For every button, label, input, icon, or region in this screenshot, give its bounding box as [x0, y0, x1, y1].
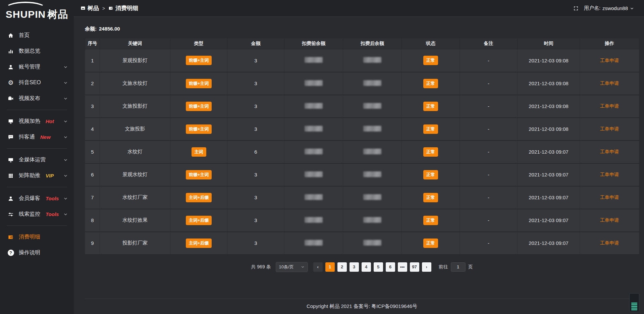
user-menu[interactable]: 用户名: zswodun88	[584, 5, 634, 11]
sidebar-item-9[interactable]: 会员爆客 Tools	[0, 191, 74, 206]
masked-balance-before	[305, 217, 323, 223]
table-row: 5 水纹灯 主词 6 正常 - 2021-12-03 09:07 工单申请	[85, 141, 639, 163]
work-order-link[interactable]: 工单申请	[600, 217, 619, 223]
cell-action: 工单申请	[580, 118, 639, 141]
chevron-down-icon	[63, 173, 68, 178]
cell-time: 2021-12-03 09:07	[518, 141, 580, 163]
cell-type: 主词+后缀	[170, 186, 227, 209]
cell-status: 正常	[402, 232, 460, 255]
page-button-active[interactable]: 1	[325, 262, 335, 272]
table-header: 序号关键词类型金额扣费前余额扣费后余额状态备注时间操作	[85, 38, 639, 49]
page-size-select[interactable]: 10条/页	[276, 262, 308, 272]
goto-page-input[interactable]	[451, 262, 466, 272]
type-badge: 主词+后缀	[186, 193, 212, 202]
table-row: 4 文旅投影 前缀+主词 3 正常 - 2021-12-03 09:08 工单申…	[85, 118, 639, 141]
cell-type: 前缀+主词	[170, 49, 227, 72]
masked-balance-after	[363, 80, 381, 86]
cell-time: 2021-12-03 09:07	[518, 209, 580, 232]
goto-unit: 页	[468, 264, 473, 270]
work-order-link[interactable]: 工单申请	[600, 240, 619, 246]
topbar: 树品 > 消费明细 用户名: zswodun88	[74, 0, 644, 17]
table-row: 9 投影灯厂家 主词+后缀 3 正常 - 2021-12-03 09:07 工单…	[85, 232, 639, 255]
monitor-icon	[7, 157, 14, 163]
sidebar-item-8[interactable]: 矩阵助推 VIP	[0, 168, 74, 184]
page-ellipsis-button[interactable]: •••	[398, 262, 407, 272]
work-order-link[interactable]: 工单申请	[600, 195, 619, 200]
work-order-link[interactable]: 工单申请	[600, 103, 619, 109]
work-order-link[interactable]: 工单申请	[600, 126, 619, 132]
sidebar-item-7[interactable]: 全媒体运营	[0, 152, 74, 168]
sidebar-item-3[interactable]: ⚙ 抖音SEO	[0, 75, 74, 91]
masked-balance-after	[363, 171, 381, 177]
status-badge: 正常	[423, 147, 438, 157]
username-value: zswodun88	[602, 5, 628, 11]
cell-type: 主词+后缀	[170, 209, 227, 232]
cell-balance-before	[284, 186, 343, 209]
cell-balance-after	[343, 49, 402, 72]
page-button[interactable]: 2	[337, 262, 347, 272]
masked-balance-before	[305, 171, 323, 177]
sidebar-item-label: 数据总览	[19, 48, 40, 55]
work-order-link[interactable]: 工单申请	[600, 172, 619, 177]
sidebar-item-6[interactable]: 抖客通 New	[0, 129, 74, 145]
sidebar-item-11[interactable]: 消费明细	[0, 229, 74, 245]
fullscreen-icon[interactable]	[573, 6, 579, 11]
sidebar-item-4[interactable]: 视频发布	[0, 91, 74, 106]
cell-time: 2021-12-03 09:08	[518, 72, 580, 95]
cell-action: 工单申请	[580, 209, 639, 232]
balance-value: 24856.00	[99, 26, 120, 32]
sidebar-item-12[interactable]: ? 操作说明	[0, 245, 74, 261]
page-button[interactable]: 6	[386, 262, 395, 272]
chevron-down-icon	[63, 135, 68, 139]
table-row: 1 景观投影灯 前缀+主词 3 正常 - 2021-12-03 09:08 工单…	[85, 49, 639, 72]
cell-remark: -	[460, 163, 518, 186]
cell-seq: 6	[85, 163, 100, 186]
masked-balance-before	[305, 80, 323, 86]
page-button[interactable]: 5	[374, 262, 383, 272]
page-button[interactable]: 97	[410, 262, 419, 272]
masked-balance-after	[363, 240, 381, 246]
cell-remark: -	[460, 141, 518, 163]
cell-keyword: 文旅投影	[100, 118, 170, 141]
prev-page-button[interactable]: ‹	[313, 262, 323, 272]
breadcrumb-item-current[interactable]: 消费明细	[108, 4, 138, 12]
work-order-link[interactable]: 工单申请	[600, 81, 619, 86]
sidebar-item-1[interactable]: 数据总览	[0, 43, 74, 59]
pagination: 共 969 条 10条/页 ‹ 123456•••97 › 前往 页	[85, 262, 639, 272]
work-order-link[interactable]: 工单申请	[600, 58, 619, 63]
page-button[interactable]: 3	[350, 262, 359, 272]
cell-time: 2021-12-03 09:08	[518, 118, 580, 141]
cell-remark: -	[460, 49, 518, 72]
cell-action: 工单申请	[580, 49, 639, 72]
balance-label: 余额:	[85, 26, 97, 32]
breadcrumb-item-home[interactable]: 树品	[80, 4, 99, 12]
cell-seq: 3	[85, 95, 100, 118]
cell-time: 2021-12-03 09:07	[518, 232, 580, 255]
sidebar-item-0[interactable]: 首页	[0, 28, 74, 43]
sliders-icon	[7, 211, 14, 218]
cell-seq: 1	[85, 49, 100, 72]
cell-remark: -	[460, 209, 518, 232]
cell-balance-before	[284, 95, 343, 118]
widget-line	[631, 309, 637, 310]
cell-status: 正常	[402, 209, 460, 232]
sidebar-item-10[interactable]: 线索监控 Tools	[0, 206, 74, 222]
masked-balance-before	[305, 126, 323, 132]
chevron-down-icon	[63, 158, 68, 162]
floating-widget[interactable]	[629, 293, 639, 312]
next-page-button[interactable]: ›	[422, 262, 431, 272]
sidebar-item-2[interactable]: 账号管理	[0, 59, 74, 75]
work-order-link[interactable]: 工单申请	[600, 149, 619, 154]
cell-time: 2021-12-03 09:08	[518, 49, 580, 72]
cell-keyword: 文旅水纹灯	[100, 72, 170, 95]
type-badge: 主词+后缀	[186, 239, 212, 248]
brand-logo[interactable]: SHUPIN树品	[0, 0, 74, 25]
masked-balance-before	[305, 149, 323, 154]
cell-balance-after	[343, 209, 402, 232]
page-button[interactable]: 4	[362, 262, 371, 272]
wallet-icon	[7, 234, 14, 241]
column-header: 操作	[580, 38, 639, 49]
sidebar-item-5[interactable]: 视频加热 Hot	[0, 113, 74, 129]
cell-time: 2021-12-03 09:08	[518, 95, 580, 118]
cell-seq: 9	[85, 232, 100, 255]
